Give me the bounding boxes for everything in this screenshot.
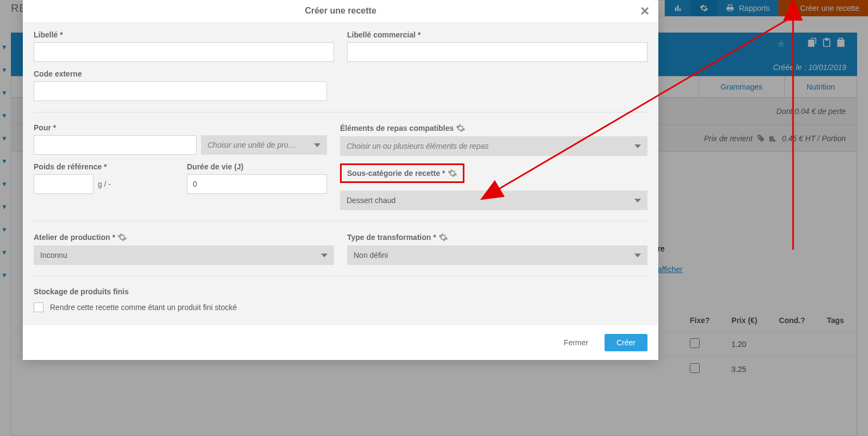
chart-button[interactable] (665, 0, 691, 16)
creer-recette-button[interactable]: Créer une recette (778, 0, 868, 16)
duree-label: Durée de vie (J) (187, 162, 327, 171)
re-fragment: re (658, 244, 664, 253)
gear-icon[interactable] (438, 232, 448, 242)
star-icon[interactable]: ★ (776, 37, 787, 51)
rapports-button[interactable]: Rapports (717, 0, 778, 16)
gear-icon[interactable] (117, 232, 127, 242)
poids-input[interactable] (34, 174, 93, 194)
transfo-text: Type de transformation * (347, 233, 436, 242)
revient-label: Prix de revient (704, 134, 752, 143)
left-caret-column: ▼ ▼ ▼ ▼ ▼ ▼ ▼ ▼ ▼ ▼ ▼ (0, 43, 8, 279)
svg-rect-4 (680, 9, 681, 11)
settings-button[interactable] (691, 0, 717, 16)
libelle-input[interactable] (34, 42, 334, 62)
unite-production-select[interactable]: Choisir une unité de pro… (201, 135, 327, 155)
caret-icon[interactable]: ▼ (0, 112, 8, 119)
caret-icon[interactable]: ▼ (0, 43, 8, 51)
paste-icon[interactable] (835, 37, 846, 48)
table-row: 3.25 (11, 357, 855, 382)
transfo-select[interactable]: Non défini (347, 245, 647, 265)
atelier-select[interactable]: Inconnu (34, 245, 334, 265)
gear-icon[interactable] (448, 168, 457, 178)
caret-icon[interactable]: ▼ (0, 226, 8, 233)
transfo-label: Type de transformation * (347, 232, 647, 242)
col-cond: Cond.? (768, 309, 816, 332)
clipboard-icon[interactable] (821, 37, 832, 48)
libelle-commercial-input[interactable] (347, 42, 647, 62)
caret-icon[interactable]: ▼ (0, 135, 8, 142)
chevron-down-icon (634, 254, 641, 257)
sous-categorie-highlight: Sous-catégorie de recette * (340, 163, 464, 183)
atelier-text: Atelier de production * (34, 233, 115, 242)
libelle-commercial-label: Libellé commercial * (347, 30, 647, 39)
revient-value: 0.45 € HT / Portion (782, 134, 846, 143)
copy-icon[interactable] (807, 37, 818, 48)
sous-categorie-value: Dessert chaud (347, 196, 395, 205)
col-tags: Tags (816, 309, 855, 332)
create-recipe-modal: Créer une recette ✕ Libellé * Libellé co… (23, 0, 658, 360)
tab-grammages[interactable]: Grammages (699, 77, 784, 97)
perte-text: Dont 0.04 € de perte (776, 107, 846, 116)
elements-compat-text: Éléments de repas compatibles (340, 124, 454, 132)
col-prix: Prix (€) (721, 309, 768, 332)
elements-compat-label: Éléments de repas compatibles (340, 123, 647, 133)
svg-rect-2 (675, 8, 677, 11)
gear-icon (700, 4, 708, 12)
code-externe-label: Code externe (34, 69, 327, 78)
truck-icon (769, 134, 777, 143)
caret-icon[interactable]: ▼ (0, 180, 8, 188)
create-button[interactable]: Créer (605, 334, 647, 351)
tab-nutrition[interactable]: Nutrition (784, 77, 857, 97)
svg-rect-3 (677, 5, 679, 11)
afficher-link[interactable]: afficher (658, 265, 683, 274)
poids-label: Poids de référence * (34, 162, 174, 171)
caret-icon[interactable]: ▼ (0, 249, 8, 256)
close-icon[interactable]: ✕ (640, 4, 650, 18)
col-fixe: Fixe? (679, 309, 721, 332)
code-externe-input[interactable] (34, 81, 327, 101)
chevron-down-icon (634, 199, 641, 203)
sous-categorie-select[interactable]: Dessert chaud (340, 191, 647, 210)
chevron-down-icon (314, 143, 320, 147)
caret-icon[interactable]: ▼ (0, 89, 8, 97)
stockage-checkbox[interactable] (34, 302, 43, 312)
modal-footer: Fermer Créer (23, 325, 658, 360)
stockage-section-label: Stockage de produits finis (34, 287, 647, 296)
atelier-value: Inconnu (40, 251, 67, 260)
unite-production-placeholder: Choisir une unité de pro… (207, 141, 296, 149)
created-date: Créée le : 10/01/2019 (773, 63, 846, 72)
tag-icon (757, 134, 765, 143)
poids-unit: g / - (98, 180, 111, 188)
plus-icon (787, 4, 796, 12)
sous-categorie-text: Sous-catégorie de recette * (347, 169, 445, 178)
sous-categorie-label: Sous-catégorie de recette * (347, 168, 457, 178)
caret-icon[interactable]: ▼ (0, 271, 8, 279)
caret-icon[interactable]: ▼ (0, 66, 8, 74)
prix-cell: 3.25 (721, 357, 768, 382)
rapports-label: Rapports (739, 4, 770, 12)
prix-cell: 1.20 (721, 332, 768, 357)
creer-recette-label: Créer une recette (800, 4, 859, 12)
close-button[interactable]: Fermer (554, 334, 598, 351)
elements-compat-placeholder: Choisir un ou plusieurs éléments de repa… (347, 142, 488, 150)
chevron-down-icon (321, 254, 328, 257)
duree-input[interactable] (187, 174, 327, 194)
modal-title: Créer une recette (305, 6, 376, 16)
fixe-checkbox[interactable] (690, 338, 700, 348)
modal-header: Créer une recette ✕ (23, 0, 658, 22)
caret-icon[interactable]: ▼ (0, 157, 8, 165)
transfo-value: Non défini (354, 251, 388, 260)
fixe-checkbox[interactable] (690, 363, 700, 373)
elements-compat-select[interactable]: Choisir un ou plusieurs éléments de repa… (340, 136, 647, 156)
printer-icon (726, 4, 734, 12)
libelle-label: Libellé * (34, 30, 334, 39)
gear-icon[interactable] (456, 123, 466, 133)
caret-icon[interactable]: ▼ (0, 203, 8, 211)
pour-input[interactable] (34, 135, 197, 155)
pour-label: Pour * (34, 123, 327, 132)
bar-chart-icon (674, 4, 682, 12)
atelier-label: Atelier de production * (34, 232, 334, 242)
chevron-down-icon (634, 144, 641, 148)
stockage-checkbox-label: Rendre cette recette comme étant un prod… (50, 303, 237, 312)
